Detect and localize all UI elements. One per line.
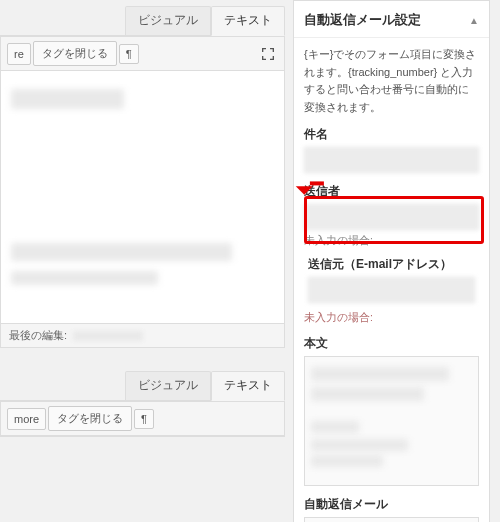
subject-input[interactable] xyxy=(304,147,479,173)
editor-footer: 最後の編集: xyxy=(1,323,284,347)
last-edit-label: 最後の編集: xyxy=(9,328,67,343)
toolbar-button-pilcrow-2[interactable]: ¶ xyxy=(134,409,154,429)
toolbar-button-pilcrow[interactable]: ¶ xyxy=(119,44,139,64)
editor-block-1: ビジュアル テキスト re タグを閉じる ¶ xyxy=(0,0,285,348)
sender-no-input-hint: 未入力の場合: xyxy=(304,234,479,248)
editor-toolbar: re タグを閉じる ¶ xyxy=(1,36,284,71)
from-no-input-hint: 未入力の場合: xyxy=(304,311,479,325)
autoreply-key-input[interactable] xyxy=(304,517,479,522)
body-label: 本文 xyxy=(304,335,479,352)
toolbar-button-more[interactable]: more xyxy=(7,408,46,430)
subject-label: 件名 xyxy=(304,126,479,143)
editor-block-2: ビジュアル テキスト more タグを閉じる ¶ xyxy=(0,365,285,437)
from-label: 送信元（E-mailアドレス） xyxy=(308,256,475,273)
tab-visual-2[interactable]: ビジュアル xyxy=(125,371,211,400)
tab-visual[interactable]: ビジュアル xyxy=(125,6,211,35)
editor-column: ビジュアル テキスト re タグを閉じる ¶ xyxy=(0,0,285,522)
from-email-input[interactable] xyxy=(308,277,475,303)
autoreply-settings-panel: 自動返信メール設定 ▲ {キー}でそのフォーム項目に変換されます。{tracki… xyxy=(293,0,490,522)
hint-text: {キー}でそのフォーム項目に変換されます。{tracking_number} と… xyxy=(304,46,479,116)
toolbar-button-close-tags-2[interactable]: タグを閉じる xyxy=(48,406,132,431)
toolbar-button-re[interactable]: re xyxy=(7,43,31,65)
body-textarea[interactable] xyxy=(304,356,479,486)
editor-tabs-2: ビジュアル テキスト xyxy=(0,365,285,400)
toolbar-button-close-tags[interactable]: タグを閉じる xyxy=(33,41,117,66)
panel-title: 自動返信メール設定 xyxy=(304,11,421,29)
editor-content[interactable] xyxy=(1,71,284,323)
tab-text-2[interactable]: テキスト xyxy=(211,371,285,401)
fullscreen-icon[interactable] xyxy=(258,44,278,64)
sidebar-column: 自動返信メール設定 ▲ {キー}でそのフォーム項目に変換されます。{tracki… xyxy=(285,0,500,522)
sender-input[interactable] xyxy=(304,204,479,230)
sender-label: 送信者 xyxy=(304,183,479,200)
autoreply-field-label: 自動返信メール xyxy=(304,496,479,513)
panel-header[interactable]: 自動返信メール設定 ▲ xyxy=(294,1,489,38)
editor-toolbar-2: more タグを閉じる ¶ xyxy=(1,401,284,436)
editor-tabs: ビジュアル テキスト xyxy=(0,0,285,35)
collapse-icon[interactable]: ▲ xyxy=(469,15,479,26)
tab-text[interactable]: テキスト xyxy=(211,6,285,36)
